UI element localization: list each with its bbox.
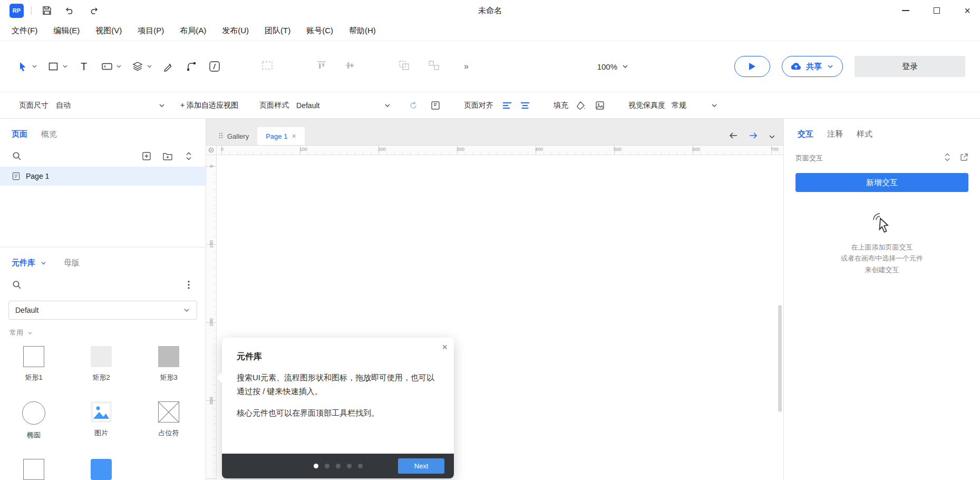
- tab-style[interactable]: 样式: [857, 129, 872, 139]
- library-select-value: Default: [15, 306, 38, 314]
- add-page-icon[interactable]: [141, 151, 152, 161]
- history-forward-icon[interactable]: [749, 131, 758, 141]
- menu-account[interactable]: 账号(C): [306, 26, 333, 36]
- connector-tool[interactable]: [183, 59, 199, 74]
- widget-tool[interactable]: [99, 59, 122, 74]
- reset-style-icon[interactable]: [408, 100, 419, 111]
- pagination-dot[interactable]: [325, 464, 329, 468]
- note-tool[interactable]: [207, 59, 222, 74]
- component-grid: 矩形1 矩形2 矩形3 椭圆 图片: [0, 346, 206, 480]
- preview-button[interactable]: [734, 56, 770, 77]
- pagination-dot[interactable]: [336, 464, 341, 468]
- new-interaction-button[interactable]: 新增交互: [795, 173, 968, 192]
- component-item[interactable]: 椭圆: [22, 401, 45, 440]
- chevron-down-icon[interactable]: [31, 63, 38, 70]
- chevron-down-icon[interactable]: [145, 63, 153, 70]
- tooltip-text: 搜索UI元素、流程图形状和图标，拖放即可使用，也可以通过按 / 键来快速插入。: [237, 371, 439, 399]
- search-icon[interactable]: [12, 151, 22, 161]
- component-item[interactable]: 占位符: [158, 401, 179, 440]
- next-button[interactable]: Next: [398, 458, 444, 474]
- more-tools-icon[interactable]: »: [464, 62, 468, 71]
- redo-icon[interactable]: [85, 3, 101, 18]
- chevron-down-icon[interactable]: [115, 63, 122, 70]
- pagination-dot[interactable]: [314, 464, 318, 468]
- history-back-icon[interactable]: [729, 131, 738, 141]
- menu-help[interactable]: 帮助(H): [349, 26, 376, 36]
- menu-layout[interactable]: 布局(A): [180, 26, 206, 36]
- menu-project[interactable]: 项目(P): [138, 26, 164, 36]
- search-icon[interactable]: [12, 280, 22, 290]
- paint-bucket-icon[interactable]: [576, 100, 586, 111]
- tab-page1[interactable]: Page 1 ×: [257, 127, 304, 145]
- text-tool[interactable]: T: [76, 59, 92, 74]
- share-button[interactable]: 共享: [782, 56, 843, 77]
- maximize-button[interactable]: [934, 7, 940, 14]
- minimize-button[interactable]: [902, 10, 909, 11]
- chevron-down-icon[interactable]: [61, 63, 69, 70]
- menu-team[interactable]: 团队(T): [265, 26, 290, 36]
- menu-edit[interactable]: 编辑(E): [53, 26, 80, 36]
- menu-file[interactable]: 文件(F): [12, 26, 37, 36]
- page-style-select[interactable]: Default: [296, 101, 391, 110]
- vertical-scrollbar[interactable]: [778, 305, 782, 412]
- open-external-icon[interactable]: [960, 153, 968, 164]
- chevron-down-icon[interactable]: [40, 260, 47, 267]
- ungroup-icon[interactable]: [428, 60, 440, 73]
- component-item[interactable]: [91, 459, 112, 480]
- align-middle-icon[interactable]: [345, 60, 355, 73]
- sort-icon[interactable]: [944, 153, 950, 164]
- expand-collapse-icon[interactable]: [183, 151, 194, 161]
- left-sidebar: 页面 概览: [0, 119, 206, 480]
- zoom-control[interactable]: 100%: [597, 62, 629, 71]
- component-item[interactable]: [23, 459, 44, 480]
- tab-list-chevron-icon[interactable]: [769, 131, 775, 141]
- widget-icon: [99, 59, 115, 74]
- select-tool[interactable]: [15, 59, 38, 74]
- page-size-select[interactable]: 自动: [56, 101, 166, 110]
- add-adaptive-view-button[interactable]: + 添加自适应视图: [180, 101, 238, 110]
- layers-tool[interactable]: [130, 59, 153, 74]
- tab-note[interactable]: 注释: [827, 129, 843, 139]
- add-folder-icon[interactable]: [162, 151, 173, 161]
- pen-tool[interactable]: [160, 59, 176, 74]
- component-item[interactable]: 图片: [91, 401, 112, 440]
- align-left-icon[interactable]: [502, 100, 512, 111]
- tab-masters[interactable]: 母版: [64, 258, 80, 268]
- pagination-dot[interactable]: [358, 464, 363, 468]
- kebab-menu-icon[interactable]: [183, 280, 194, 290]
- tab-pages[interactable]: 页面: [12, 129, 27, 139]
- component-item[interactable]: 矩形1: [23, 346, 44, 382]
- library-select[interactable]: Default: [8, 301, 197, 320]
- fidelity-select[interactable]: 常规: [672, 101, 718, 110]
- ruler-origin-icon[interactable]: [206, 146, 217, 155]
- component-item[interactable]: 矩形3: [158, 346, 179, 382]
- tab-overview[interactable]: 概览: [41, 129, 57, 139]
- vertical-ruler: 0 100 200 300: [206, 155, 217, 480]
- tab-gallery[interactable]: Gallery: [210, 127, 257, 145]
- close-button[interactable]: ×: [964, 5, 971, 16]
- page-list-item[interactable]: Page 1: [0, 167, 206, 186]
- undo-icon[interactable]: [62, 3, 78, 18]
- rectangle-icon: [45, 59, 61, 74]
- library-group-header[interactable]: 常用: [0, 320, 206, 339]
- menu-publish[interactable]: 发布(U): [222, 26, 249, 36]
- align-top-icon[interactable]: [316, 60, 327, 73]
- page-size-value: 自动: [56, 101, 71, 110]
- page-note-icon[interactable]: [430, 100, 441, 111]
- component-item[interactable]: 矩形2: [91, 346, 112, 382]
- tab-interaction[interactable]: 交互: [798, 129, 813, 139]
- group-icon[interactable]: [399, 60, 410, 73]
- rectangle-tool[interactable]: [45, 59, 69, 74]
- pagination-dot[interactable]: [347, 464, 352, 468]
- selection-icon[interactable]: [261, 61, 273, 72]
- fill-label: 填充: [554, 101, 568, 110]
- save-icon[interactable]: [39, 3, 55, 18]
- login-button[interactable]: 登录: [855, 56, 965, 77]
- align-center-icon[interactable]: [520, 100, 530, 111]
- image-fill-icon[interactable]: [595, 100, 605, 111]
- menu-view[interactable]: 视图(V): [95, 26, 122, 36]
- chevron-down-icon[interactable]: [827, 63, 834, 70]
- tooltip-close-icon[interactable]: ×: [442, 342, 448, 353]
- tab-library[interactable]: 元件库: [12, 258, 35, 268]
- close-tab-icon[interactable]: ×: [292, 132, 296, 140]
